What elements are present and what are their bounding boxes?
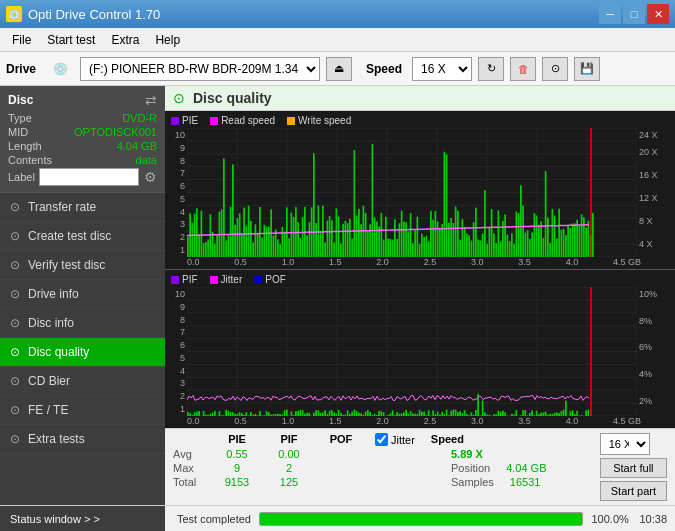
avg-label: Avg <box>173 448 203 460</box>
charts-container: PIE Read speed Write speed 12345678910 <box>165 111 675 428</box>
close-button[interactable]: ✕ <box>647 4 669 24</box>
pif-col-header: PIF <box>271 433 307 446</box>
time-display: 10:38 <box>639 513 667 525</box>
position-value: 4.04 GB <box>506 462 546 474</box>
stats-left: PIE PIF POF Jitter Speed Avg 0.55 0.00 <box>173 433 590 501</box>
main-layout: Disc ⇄ Type DVD-R MID OPTODISCK001 Lengt… <box>0 86 675 505</box>
bottom-chart <box>187 287 637 416</box>
type-label: Type <box>8 112 32 124</box>
drive-label: Drive <box>6 62 36 76</box>
pie-col-header: PIE <box>219 433 255 446</box>
position-label-stat: Position <box>451 462 490 474</box>
disc-section-title: Disc <box>8 93 33 107</box>
extra-tests-icon: ⊙ <box>10 432 20 446</box>
content-area: ⊙ Disc quality PIE Read speed <box>165 86 675 505</box>
sidebar-item-drive-info[interactable]: ⊙ Drive info <box>0 280 165 309</box>
pie-legend-color <box>171 117 179 125</box>
menu-extra[interactable]: Extra <box>103 31 147 49</box>
sidebar-item-cd-bier[interactable]: ⊙ CD Bier <box>0 367 165 396</box>
sidebar-item-label: CD Bier <box>28 374 70 388</box>
drive-select[interactable]: (F:) PIONEER BD-RW BDR-209M 1.34 <box>80 57 320 81</box>
write-speed-legend: Write speed <box>287 115 351 126</box>
pie-legend-label: PIE <box>182 115 198 126</box>
length-label: Length <box>8 140 42 152</box>
sidebar-item-create-test-disc[interactable]: ⊙ Create test disc <box>0 222 165 251</box>
refresh-button[interactable]: ↻ <box>478 57 504 81</box>
menu-help[interactable]: Help <box>147 31 188 49</box>
disc-info-icon: ⊙ <box>10 316 20 330</box>
jitter-check-label: Jitter <box>391 434 415 446</box>
avg-pif: 0.00 <box>271 448 307 460</box>
fe-te-icon: ⊙ <box>10 403 20 417</box>
pif-legend-label: PIF <box>182 274 198 285</box>
label-gear-icon[interactable]: ⚙ <box>144 169 157 185</box>
drive-bar: Drive 💿 (F:) PIONEER BD-RW BDR-209M 1.34… <box>0 52 675 86</box>
speed-value: 5.89 X <box>451 448 483 460</box>
read-speed-legend-color <box>210 117 218 125</box>
sidebar-item-label: Disc quality <box>28 345 89 359</box>
max-pif: 2 <box>271 462 307 474</box>
label-label: Label <box>8 171 35 183</box>
sidebar-item-disc-info[interactable]: ⊙ Disc info <box>0 309 165 338</box>
drive-icon: 💿 <box>46 56 74 82</box>
rip-button[interactable]: ⊙ <box>542 57 568 81</box>
total-label: Total <box>173 476 203 488</box>
disc-quality-icon: ⊙ <box>10 345 20 359</box>
sidebar-item-label: Verify test disc <box>28 258 105 272</box>
disc-quality-title: Disc quality <box>193 90 272 106</box>
sidebar-item-verify-test-disc[interactable]: ⊙ Verify test disc <box>0 251 165 280</box>
maximize-button[interactable]: □ <box>623 4 645 24</box>
avg-pie: 0.55 <box>219 448 255 460</box>
cd-bier-icon: ⊙ <box>10 374 20 388</box>
jitter-legend: Jitter <box>210 274 243 285</box>
sidebar-item-transfer-rate[interactable]: ⊙ Transfer rate <box>0 193 165 222</box>
avg-pof <box>323 448 359 460</box>
sidebar-item-fe-te[interactable]: ⊙ FE / TE <box>0 396 165 425</box>
start-part-button[interactable]: Start part <box>600 481 667 501</box>
sidebar-item-extra-tests[interactable]: ⊙ Extra tests <box>0 425 165 454</box>
minimize-button[interactable]: ─ <box>599 4 621 24</box>
create-disc-icon: ⊙ <box>10 229 20 243</box>
status-bar: Status window > > Test completed 100.0% … <box>0 505 675 531</box>
contents-value: data <box>136 154 157 166</box>
menu-file[interactable]: File <box>4 31 39 49</box>
sidebar-item-label: Transfer rate <box>28 200 96 214</box>
drive-info-icon: ⊙ <box>10 287 20 301</box>
pif-legend: PIF <box>171 274 198 285</box>
sidebar-item-disc-quality[interactable]: ⊙ Disc quality <box>0 338 165 367</box>
progress-fill <box>260 513 582 525</box>
eject-button[interactable]: ⏏ <box>326 57 352 81</box>
quality-speed-select[interactable]: 16 X <box>600 433 650 455</box>
erase-button[interactable]: 🗑 <box>510 57 536 81</box>
pof-legend-color <box>254 276 262 284</box>
top-chart <box>187 128 637 257</box>
max-label: Max <box>173 462 203 474</box>
jitter-checkbox[interactable] <box>375 433 388 446</box>
read-speed-legend-label: Read speed <box>221 115 275 126</box>
menu-bar: File Start test Extra Help <box>0 28 675 52</box>
start-full-button[interactable]: Start full <box>600 458 667 478</box>
max-pie: 9 <box>219 462 255 474</box>
progress-bar <box>259 512 583 526</box>
status-window-button[interactable]: Status window > > <box>0 506 165 531</box>
samples-label: Samples <box>451 476 494 488</box>
samples-value: 16531 <box>510 476 541 488</box>
sidebar-item-label: Drive info <box>28 287 79 301</box>
disc-quality-header: ⊙ Disc quality <box>165 86 675 111</box>
write-speed-legend-label: Write speed <box>298 115 351 126</box>
jitter-check-row: Jitter <box>375 433 415 446</box>
progress-percent: 100.0% <box>591 513 631 525</box>
max-pof <box>323 462 359 474</box>
sidebar-item-label: FE / TE <box>28 403 68 417</box>
save-button[interactable]: 💾 <box>574 57 600 81</box>
speed-select[interactable]: 16 X Max <box>412 57 472 81</box>
label-input[interactable] <box>39 168 139 186</box>
disc-refresh-icon[interactable]: ⇄ <box>145 92 157 108</box>
length-value: 4.04 GB <box>117 140 157 152</box>
menu-start-test[interactable]: Start test <box>39 31 103 49</box>
mid-value: OPTODISCK001 <box>74 126 157 138</box>
type-value: DVD-R <box>122 112 157 124</box>
test-completed-label: Test completed <box>177 513 251 525</box>
pof-legend-label: POF <box>265 274 286 285</box>
sidebar: Disc ⇄ Type DVD-R MID OPTODISCK001 Lengt… <box>0 86 165 505</box>
